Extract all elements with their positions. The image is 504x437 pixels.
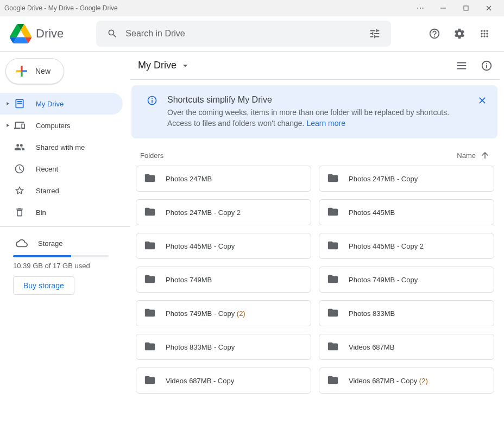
folder-name: Videos 687MB <box>349 343 394 351</box>
folder-icon <box>327 307 339 320</box>
folder-card[interactable]: Photos 247MB - Copy <box>319 166 494 192</box>
folder-icon <box>327 374 339 388</box>
gear-icon[interactable] <box>449 23 470 45</box>
folder-icon <box>144 340 156 354</box>
folder-card[interactable]: Photos 445MB - Copy 2 <box>319 233 494 259</box>
sort-arrow-icon[interactable] <box>480 150 490 160</box>
folder-icon <box>327 239 339 253</box>
buy-storage-button[interactable]: Buy storage <box>13 276 74 295</box>
folder-icon <box>144 273 156 287</box>
folder-icon <box>144 374 156 388</box>
cloud-icon <box>15 237 28 250</box>
section-label: Folders <box>140 151 163 160</box>
minimize-icon[interactable] <box>432 2 454 14</box>
sidebar-item-recent[interactable]: Recent <box>0 158 123 180</box>
folder-card[interactable]: Photos 833MB - Copy <box>136 334 311 360</box>
plus-icon <box>14 63 30 79</box>
folder-icon <box>144 239 156 253</box>
breadcrumb[interactable]: My Drive <box>136 58 193 73</box>
folder-card[interactable]: Photos 749MB <box>136 267 311 293</box>
sidebar-item-label: Bin <box>36 208 46 217</box>
folder-icon <box>327 340 339 354</box>
drive-logo[interactable]: Drive <box>10 23 64 45</box>
folder-card[interactable]: Photos 833MB <box>319 300 494 326</box>
sidebar-item-shared-with-me[interactable]: Shared with me <box>0 136 123 158</box>
sidebar-item-label: Shared with me <box>36 143 85 151</box>
sidebar-item-label: Computers <box>36 122 71 130</box>
storage-text: 10.39 GB of 17 GB used <box>13 262 130 270</box>
folder-card[interactable]: Photos 749MB - Copy <box>319 267 494 293</box>
product-name: Drive <box>36 27 64 41</box>
window-titlebar: Google Drive - My Drive - Google Drive ⋯ <box>0 0 504 16</box>
banner-title: Shortcuts simplify My Drive <box>167 95 471 105</box>
my-drive-icon <box>13 97 26 110</box>
shared-with-me-icon <box>13 141 26 154</box>
folder-icon <box>327 172 339 186</box>
search-filter-icon[interactable] <box>364 23 386 45</box>
folder-icon <box>144 172 156 186</box>
folder-card[interactable]: Photos 445MB - Copy <box>136 233 311 259</box>
folder-name: Photos 445MB - Copy <box>166 242 235 250</box>
app-header: Drive <box>0 16 504 52</box>
section-header: Folders Name <box>140 150 490 160</box>
sort-label[interactable]: Name <box>457 151 476 160</box>
folder-grid: Photos 247MBPhotos 247MB - CopyPhotos 24… <box>130 166 500 394</box>
banner-body: Over the coming weeks, items in more tha… <box>167 107 471 129</box>
new-button[interactable]: New <box>5 58 64 84</box>
folder-icon <box>144 307 156 320</box>
folder-icon <box>327 206 339 219</box>
folder-name: Photos 247MB - Copy 2 <box>166 208 241 217</box>
maximize-icon[interactable] <box>455 2 477 14</box>
banner-close-button[interactable] <box>474 92 491 109</box>
drive-logo-icon <box>10 23 32 45</box>
window-title: Google Drive - My Drive - Google Drive <box>4 4 410 12</box>
chevron-right-icon <box>4 123 11 128</box>
folder-name: Videos 687MB - Copy <box>166 377 234 385</box>
new-button-label: New <box>35 67 51 75</box>
folder-name: Photos 833MB <box>349 309 395 318</box>
sidebar-item-label: My Drive <box>36 100 64 108</box>
divider <box>0 226 130 227</box>
learn-more-link[interactable]: Learn more <box>306 119 345 128</box>
svg-rect-1 <box>464 6 468 10</box>
info-icon <box>147 95 158 107</box>
folder-card[interactable]: Videos 687MB - Copy (2) <box>319 368 494 394</box>
breadcrumb-label: My Drive <box>138 60 177 71</box>
folder-card[interactable]: Photos 445MB <box>319 199 494 225</box>
shortcuts-banner: Shortcuts simplify My Drive Over the com… <box>131 85 497 138</box>
sidebar-item-starred[interactable]: Starred <box>0 180 123 201</box>
sidebar-item-label: Starred <box>36 187 59 195</box>
help-icon[interactable] <box>424 23 445 45</box>
sidebar-item-my-drive[interactable]: My Drive <box>0 93 123 115</box>
folder-card[interactable]: Photos 749MB - Copy (2) <box>136 300 311 326</box>
starred-icon <box>13 184 26 197</box>
sidebar-item-computers[interactable]: Computers <box>0 115 123 136</box>
folder-name: Photos 445MB <box>349 208 395 217</box>
details-icon[interactable] <box>476 55 497 77</box>
search-input[interactable] <box>123 29 364 39</box>
sidebar-item-bin[interactable]: Bin <box>0 201 123 223</box>
sidebar-item-storage[interactable]: Storage <box>0 232 130 254</box>
main-content: My Drive Shortcuts simplify My Drive Ove… <box>130 52 504 437</box>
folder-card[interactable]: Videos 687MB <box>319 334 494 360</box>
close-icon[interactable] <box>478 2 500 14</box>
folder-icon <box>327 273 339 287</box>
list-view-icon[interactable] <box>451 55 472 77</box>
titlebar-more-icon[interactable]: ⋯ <box>410 2 431 14</box>
folder-name: Photos 247MB - Copy <box>349 175 418 183</box>
bin-icon <box>13 206 26 219</box>
folder-card[interactable]: Photos 247MB <box>136 166 311 192</box>
folder-card[interactable]: Videos 687MB - Copy <box>136 368 311 394</box>
search-icon[interactable] <box>102 23 123 45</box>
storage-label: Storage <box>38 239 63 248</box>
folder-name: Photos 833MB - Copy <box>166 343 235 351</box>
sidebar-item-label: Recent <box>36 165 58 173</box>
folder-name: Photos 749MB <box>166 276 212 284</box>
folder-icon <box>144 206 156 219</box>
folder-name: Photos 247MB <box>166 175 212 183</box>
search-box <box>96 21 391 47</box>
folder-name: Videos 687MB - Copy (2) <box>349 377 428 385</box>
apps-grid-icon[interactable] <box>474 23 495 45</box>
folder-card[interactable]: Photos 247MB - Copy 2 <box>136 199 311 225</box>
sidebar: New My DriveComputersShared with meRecen… <box>0 52 130 437</box>
